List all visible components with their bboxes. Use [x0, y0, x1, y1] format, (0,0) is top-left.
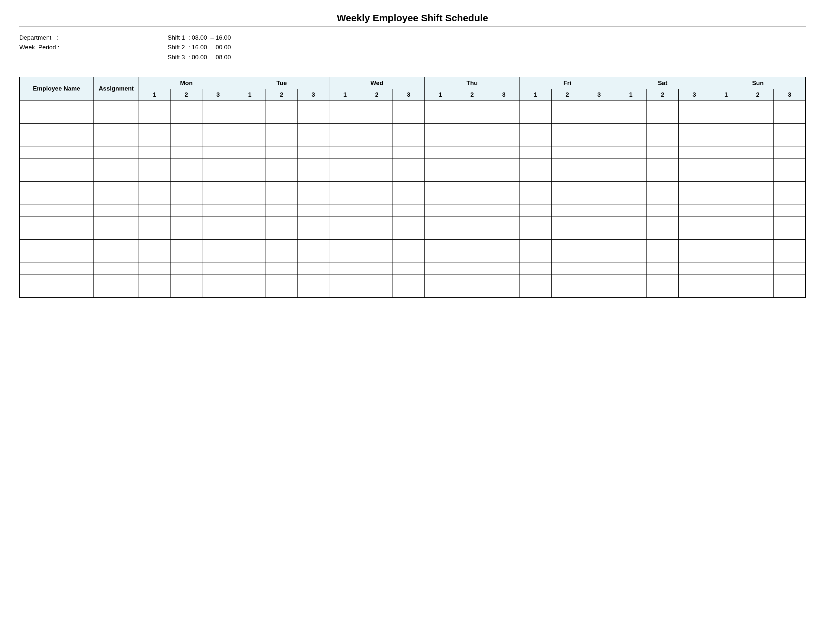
table-cell: [94, 170, 139, 182]
table-cell: [520, 240, 552, 251]
table-cell: [234, 216, 266, 228]
table-cell: [202, 216, 234, 228]
table-cell: [139, 135, 171, 147]
table-cell: [329, 286, 361, 298]
table-cell: [488, 147, 520, 159]
table-cell: [329, 216, 361, 228]
table-cell: [361, 193, 393, 205]
table-cell: [647, 100, 679, 112]
table-cell: [456, 263, 488, 275]
table-cell: [552, 112, 583, 124]
table-cell: [94, 159, 139, 170]
table-cell: [393, 216, 425, 228]
table-cell: [94, 275, 139, 286]
table-cell: [456, 112, 488, 124]
table-cell: [94, 286, 139, 298]
table-cell: [678, 159, 710, 170]
table-cell: [456, 205, 488, 216]
table-cell: [710, 124, 742, 135]
table-cell: [425, 135, 456, 147]
table-cell: [266, 286, 298, 298]
table-cell: [297, 286, 329, 298]
table-cell: [234, 193, 266, 205]
table-cell: [297, 159, 329, 170]
table-cell: [678, 216, 710, 228]
table-row: [20, 170, 806, 182]
table-cell: [615, 100, 647, 112]
table-cell: [488, 205, 520, 216]
table-cell: [297, 100, 329, 112]
table-row: [20, 182, 806, 193]
table-cell: [170, 275, 202, 286]
table-cell: [393, 159, 425, 170]
table-cell: [20, 216, 94, 228]
table-cell: [202, 240, 234, 251]
table-cell: [361, 251, 393, 263]
table-cell: [710, 182, 742, 193]
table-cell: [297, 228, 329, 240]
table-cell: [552, 228, 583, 240]
table-cell: [456, 100, 488, 112]
table-cell: [552, 159, 583, 170]
table-cell: [329, 228, 361, 240]
table-cell: [266, 135, 298, 147]
table-cell: [583, 170, 615, 182]
header-day-mon: Mon: [139, 77, 234, 89]
header-assignment: Assignment: [94, 77, 139, 100]
table-cell: [20, 275, 94, 286]
table-cell: [94, 263, 139, 275]
table-cell: [297, 124, 329, 135]
week-period-row: Week Period :: [19, 43, 168, 52]
table-cell: [488, 228, 520, 240]
table-cell: [774, 228, 806, 240]
table-cell: [615, 112, 647, 124]
table-cell: [139, 228, 171, 240]
table-cell: [266, 240, 298, 251]
table-cell: [742, 251, 774, 263]
header-shift-number: 2: [647, 89, 679, 100]
table-cell: [710, 135, 742, 147]
table-cell: [615, 216, 647, 228]
table-cell: [234, 205, 266, 216]
table-cell: [488, 263, 520, 275]
table-cell: [742, 170, 774, 182]
table-cell: [710, 147, 742, 159]
table-cell: [583, 240, 615, 251]
table-cell: [329, 100, 361, 112]
table-cell: [678, 124, 710, 135]
table-cell: [647, 251, 679, 263]
table-cell: [456, 251, 488, 263]
header-shift-number: 1: [520, 89, 552, 100]
table-cell: [552, 124, 583, 135]
table-cell: [552, 240, 583, 251]
table-row: [20, 112, 806, 124]
table-cell: [678, 147, 710, 159]
table-cell: [647, 275, 679, 286]
table-row: [20, 240, 806, 251]
table-cell: [202, 112, 234, 124]
table-cell: [94, 251, 139, 263]
table-cell: [710, 240, 742, 251]
table-cell: [456, 182, 488, 193]
header-day-tue: Tue: [234, 77, 329, 89]
table-cell: [552, 170, 583, 182]
table-cell: [488, 251, 520, 263]
table-cell: [647, 263, 679, 275]
table-cell: [774, 240, 806, 251]
table-cell: [361, 147, 393, 159]
table-cell: [361, 170, 393, 182]
table-cell: [170, 205, 202, 216]
table-cell: [678, 240, 710, 251]
table-cell: [552, 216, 583, 228]
table-cell: [678, 275, 710, 286]
table-cell: [742, 193, 774, 205]
table-cell: [393, 275, 425, 286]
table-cell: [742, 100, 774, 112]
table-cell: [647, 124, 679, 135]
table-cell: [456, 275, 488, 286]
table-cell: [774, 124, 806, 135]
table-cell: [20, 286, 94, 298]
table-cell: [234, 240, 266, 251]
table-cell: [425, 112, 456, 124]
table-cell: [139, 100, 171, 112]
